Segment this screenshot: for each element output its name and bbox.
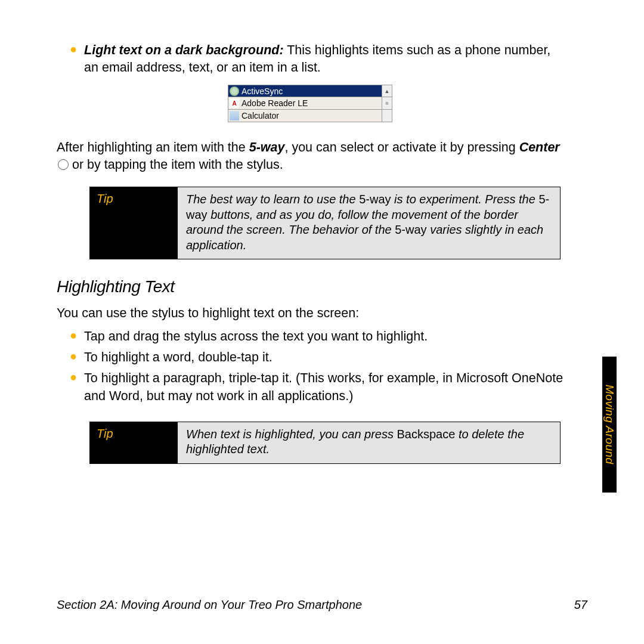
tip-keyword: Backspace	[397, 428, 456, 441]
page-number: 57	[574, 598, 587, 612]
bullet-text: To highlight a word, double-tap it.	[84, 349, 273, 366]
list-item-label: Calculator	[242, 111, 279, 120]
page: ● Light text on a dark background: This …	[0, 0, 644, 644]
scroll-track-icon	[382, 110, 392, 122]
bullet-dot-icon: ●	[70, 42, 77, 76]
tip-label: Tip	[89, 187, 178, 259]
after-mid: , you can select or activate it by press…	[284, 140, 519, 154]
activesync-icon	[230, 86, 239, 96]
fiveway: 5-way	[249, 140, 285, 154]
scroll-up-icon: ▲	[382, 85, 392, 97]
list-item-adobe: A Adobe Reader LE	[228, 97, 382, 110]
footer: Section 2A: Moving Around on Your Treo P…	[57, 598, 587, 612]
tip-keyword: 5-way	[359, 193, 391, 206]
app-list: ActiveSync ▲ A Adobe Reader LE ≡ Calcula…	[228, 85, 392, 122]
list-item: A Adobe Reader LE ≡	[228, 97, 392, 110]
content-column: ● Light text on a dark background: This …	[57, 42, 564, 464]
list-item-label: Adobe Reader LE	[242, 98, 308, 108]
tip-label: Tip	[89, 422, 178, 463]
bullet-text: Tap and drag the stylus across the text …	[84, 328, 428, 345]
bullet-item: ● To highlight a word, double-tap it.	[70, 349, 564, 366]
list-item-calculator: Calculator	[228, 110, 382, 122]
sub-paragraph: You can use the stylus to highlight text…	[57, 305, 564, 322]
tip-body: The best way to learn to use the 5-way i…	[178, 187, 560, 259]
bullet-item: ● Tap and drag the stylus across the tex…	[70, 328, 564, 345]
bullet-dot-icon: ●	[70, 370, 77, 404]
after-pre: After highlighting an item with the	[57, 140, 249, 154]
section-heading: Highlighting Text	[57, 277, 564, 296]
tip-box-2: Tip When text is highlighted, you can pr…	[89, 422, 561, 464]
list-item: ActiveSync ▲	[228, 85, 392, 97]
tip-text: The best way to learn to use the	[186, 193, 359, 206]
after-paragraph: After highlighting an item with the 5-wa…	[57, 139, 564, 174]
bullet-dot-icon: ●	[70, 349, 77, 366]
tip-body: When text is highlighted, you can press …	[178, 422, 560, 463]
intro-lead: Light text on a dark background:	[84, 43, 283, 57]
scroll-track-icon: ≡	[382, 97, 392, 110]
bullet-list: ● Tap and drag the stylus across the tex…	[70, 328, 564, 404]
center-button-icon	[58, 159, 69, 170]
bullet-dot-icon: ●	[70, 328, 77, 345]
embedded-screenshot: ActiveSync ▲ A Adobe Reader LE ≡ Calcula…	[57, 85, 564, 122]
tip-text: is to experiment. Press the	[391, 193, 539, 206]
bullet-intro-text: Light text on a dark background: This hi…	[84, 42, 564, 76]
side-tab: Moving Around	[602, 357, 617, 493]
footer-section: Section 2A: Moving Around on Your Treo P…	[57, 598, 362, 612]
calculator-icon	[230, 111, 239, 120]
bullet-intro: ● Light text on a dark background: This …	[70, 42, 564, 76]
center-word: Center	[519, 140, 560, 154]
bullet-text: To highlight a paragraph, triple-tap it.…	[84, 370, 564, 404]
tip-keyword: 5-way	[395, 223, 426, 236]
bullet-item: ● To highlight a paragraph, triple-tap i…	[70, 370, 564, 404]
list-item: Calculator	[228, 110, 392, 122]
tip-box-1: Tip The best way to learn to use the 5-w…	[89, 187, 561, 259]
after-post: or by tapping the item with the stylus.	[72, 157, 283, 172]
adobe-reader-icon: A	[230, 98, 239, 108]
list-item-activesync: ActiveSync	[228, 85, 382, 97]
list-item-label: ActiveSync	[242, 86, 283, 96]
tip-text: When text is highlighted, you can press	[186, 428, 397, 441]
